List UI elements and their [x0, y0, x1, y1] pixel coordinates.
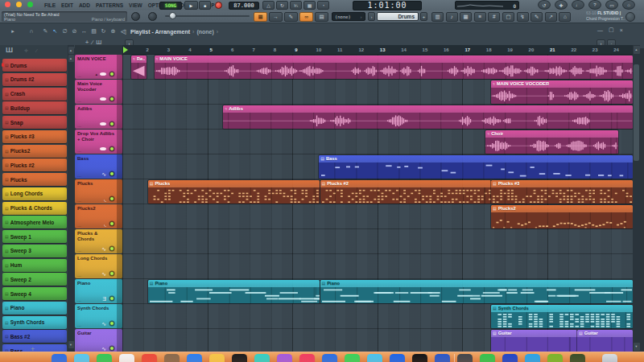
pattern-scroll-down[interactable]: ▾	[68, 341, 74, 348]
clip-header[interactable]: ▤Piano	[320, 280, 633, 287]
dock-app-icon[interactable]	[119, 354, 134, 362]
track-grip[interactable]	[117, 229, 122, 253]
main-pitch-knob[interactable]	[148, 12, 157, 21]
dock-app-icon[interactable]	[412, 354, 427, 362]
mixer-button[interactable]: ≡	[474, 12, 486, 22]
scroll-up-button[interactable]: ▴	[634, 46, 640, 54]
dock-app-icon[interactable]	[277, 354, 292, 362]
note-icon[interactable]: ♩	[572, 0, 584, 10]
dock-app-icon[interactable]	[547, 354, 563, 362]
clip-choir[interactable]: ≈Choir	[485, 130, 618, 154]
track-header-plucks[interactable]: Plucks...◟	[75, 179, 122, 204]
track-enable-led[interactable]	[110, 72, 114, 76]
pattern-item-buildup[interactable]: ▤Buildup	[2, 101, 67, 114]
piano-roll-button[interactable]: ♪	[446, 12, 458, 22]
wait-icon[interactable]: ◔	[317, 1, 329, 10]
track-grip[interactable]	[117, 154, 122, 179]
pattern-item-piano[interactable]: ▤Piano	[2, 302, 67, 315]
dock-app-icon[interactable]	[457, 354, 473, 362]
pattern-item-snap[interactable]: ▤Snap	[2, 116, 67, 129]
arrangement-selector[interactable]: (none) ›	[332, 12, 365, 21]
add-pattern-button[interactable]: +	[420, 12, 427, 21]
menu-add[interactable]: ADD	[79, 2, 90, 8]
clip-header[interactable]: ▤Synth Chords	[491, 305, 633, 312]
pattern-selector[interactable]: Drums	[377, 12, 419, 21]
clip-plucks-2[interactable]: ▤Plucks #2	[320, 180, 492, 204]
clip-header[interactable]: ≈Adlibs	[223, 105, 632, 113]
dock-app-icon[interactable]	[97, 354, 112, 362]
time-display[interactable]: 1:01:00	[353, 1, 422, 10]
track-enable-led[interactable]	[110, 247, 114, 250]
pattern-item-sweep-2[interactable]: ▤Sweep 2	[2, 273, 67, 286]
shop-button[interactable]: ⌂	[559, 12, 571, 22]
pattern-item-atmosphere-melo[interactable]: ▤Atmosphere Melo	[2, 216, 67, 228]
song-mode-button[interactable]: →	[269, 12, 283, 22]
track-enable-led[interactable]	[110, 122, 114, 125]
track-enable-led[interactable]	[110, 347, 114, 350]
scroll-down-button[interactable]: ▾	[634, 343, 640, 351]
clip-re-[interactable]: ≈Re..	[131, 56, 147, 80]
pattern-item-long-chords[interactable]: ▤Long Chords	[2, 187, 67, 200]
track-menu-dots[interactable]: ...	[77, 274, 81, 277]
track-menu-dots[interactable]: ...	[77, 124, 81, 127]
track-menu-dots[interactable]: ...	[77, 74, 81, 77]
help-icon[interactable]: ?	[588, 0, 601, 10]
track-header-piano[interactable]: Piano...Ǝ	[75, 279, 122, 303]
close-button[interactable]: ×	[620, 27, 623, 33]
clip-header[interactable]: ▤Bass	[319, 155, 632, 162]
dock-app-icon[interactable]	[299, 354, 315, 362]
track-header-adlibs[interactable]: Adlibs...	[75, 105, 122, 129]
detach-icon[interactable]: +	[85, 39, 89, 45]
pattern-item-drums-2[interactable]: ▤Drums #2	[2, 73, 67, 86]
clip-header[interactable]: ≈MAIN VOICE	[155, 56, 633, 63]
shuffle-slider[interactable]	[165, 15, 250, 17]
edit-button[interactable]: ✎	[530, 12, 543, 22]
menu-patterns[interactable]: PATTERNS	[96, 2, 123, 8]
pattern-item-plucks-2[interactable]: ▤Plucks #2	[2, 158, 67, 171]
pattern-item-synth-chords[interactable]: ▤Synth Chords	[2, 316, 67, 329]
brush-button[interactable]: ✎	[284, 12, 298, 22]
slide-tool-icon[interactable]: ✎	[41, 27, 50, 35]
pattern-item-sweep-1[interactable]: ▤Sweep 1	[2, 230, 67, 243]
clip-header[interactable]: ≈Choir	[485, 130, 618, 138]
maximize-button[interactable]: ▢	[609, 27, 614, 33]
clip-synth-chords[interactable]: ▤Synth Chords	[491, 305, 633, 329]
track-grip[interactable]	[117, 304, 122, 328]
dock-app-icon[interactable]	[164, 354, 180, 362]
typing-keyboard-icon[interactable]: ▦	[303, 1, 316, 10]
clip-header[interactable]: ▤Guitar	[491, 330, 577, 337]
track-enable-led[interactable]	[110, 297, 114, 300]
panel-icon[interactable]: ▭	[605, 0, 618, 10]
dock-app-icon[interactable]	[435, 354, 450, 362]
track-header-main-voice-vocoder[interactable]: Main Voice Vocoder...	[75, 80, 122, 104]
pattern-scroll-up[interactable]: ▴	[68, 47, 74, 54]
track-header-synth-chords[interactable]: Synth Chords...∿	[75, 304, 122, 328]
pattern-item-drums[interactable]: ▤Drums	[2, 59, 67, 72]
channel-rack-button[interactable]: ▦	[460, 12, 472, 22]
countdown-icon[interactable]: ¾	[290, 1, 302, 10]
clip-plucks2[interactable]: ▤Plucks2	[491, 205, 633, 229]
dock-trash-icon[interactable]	[602, 354, 617, 362]
track-menu-dots[interactable]: ...	[77, 174, 81, 177]
track-menu-dots[interactable]: ...	[77, 99, 81, 102]
slice-tool-icon[interactable]: ∅	[60, 27, 69, 35]
start-marker-flag[interactable]	[123, 47, 128, 53]
track-enable-led[interactable]	[110, 222, 114, 225]
clip-adlibs[interactable]: ≈Adlibs	[223, 105, 632, 130]
track-enable-led[interactable]	[110, 97, 114, 101]
clip-plucks[interactable]: ▤Plucks	[148, 180, 320, 204]
pattern-item-hum[interactable]: ▤Hum	[2, 259, 67, 272]
dock-app-icon[interactable]	[232, 354, 247, 362]
clip-main-voice[interactable]: ≈MAIN VOICE	[155, 56, 633, 80]
arrangement-next-button[interactable]: ›	[368, 12, 375, 21]
minimize-light[interactable]	[16, 2, 22, 7]
pattern-item-plucks-chords[interactable]: ▤Plucks & Chords	[2, 202, 67, 215]
song-mode-led[interactable]: SONG	[159, 2, 182, 10]
dock-app-icon[interactable]	[480, 354, 495, 362]
clip-header[interactable]: ▤Plucks	[148, 180, 320, 187]
track-header-long-chords[interactable]: Long Chords...∿	[75, 254, 122, 278]
playlist-button[interactable]: ▥	[431, 12, 444, 22]
stop-button[interactable]: ■	[199, 1, 211, 10]
dock-app-icon[interactable]	[322, 354, 337, 362]
dock-app-icon[interactable]	[74, 354, 89, 362]
